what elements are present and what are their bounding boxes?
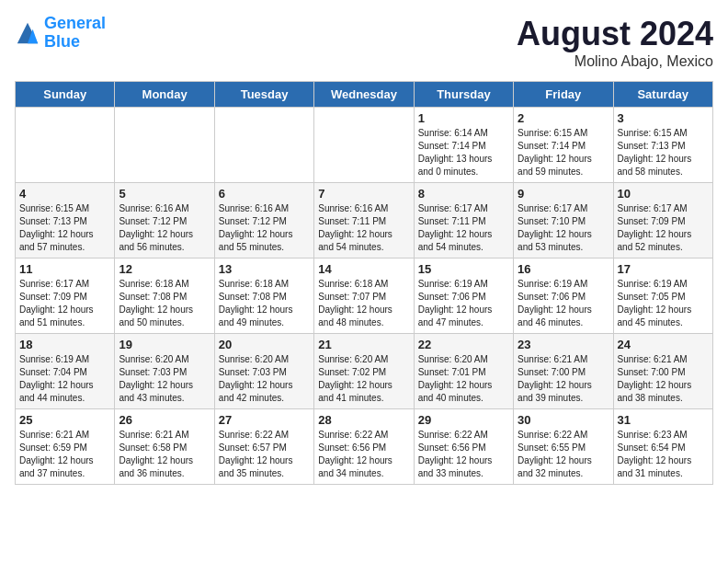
weekday-header-friday: Friday [514,82,613,108]
day-info: Sunrise: 6:22 AM Sunset: 6:56 PM Dayligh… [418,429,509,480]
week-row-1: 4Sunrise: 6:15 AM Sunset: 7:13 PM Daylig… [16,183,713,259]
day-number: 4 [19,187,110,201]
day-cell: 21Sunrise: 6:20 AM Sunset: 7:02 PM Dayli… [314,334,414,409]
day-cell: 28Sunrise: 6:22 AM Sunset: 6:56 PM Dayli… [314,409,414,485]
day-cell: 31Sunrise: 6:23 AM Sunset: 6:54 PM Dayli… [613,409,712,485]
day-info: Sunrise: 6:22 AM Sunset: 6:56 PM Dayligh… [318,429,409,480]
logo-line2: Blue [44,32,80,51]
day-number: 27 [219,413,310,427]
day-cell: 23Sunrise: 6:21 AM Sunset: 7:00 PM Dayli… [514,334,613,409]
day-info: Sunrise: 6:16 AM Sunset: 7:12 PM Dayligh… [219,202,310,254]
day-number: 14 [318,262,409,276]
day-info: Sunrise: 6:14 AM Sunset: 7:14 PM Dayligh… [418,127,509,178]
day-cell: 13Sunrise: 6:18 AM Sunset: 7:08 PM Dayli… [214,259,313,334]
day-cell: 25Sunrise: 6:21 AM Sunset: 6:59 PM Dayli… [16,409,115,485]
day-info: Sunrise: 6:19 AM Sunset: 7:04 PM Dayligh… [19,353,110,405]
day-cell: 6Sunrise: 6:16 AM Sunset: 7:12 PM Daylig… [214,183,313,259]
day-cell: 4Sunrise: 6:15 AM Sunset: 7:13 PM Daylig… [16,183,115,259]
day-number: 30 [518,413,609,427]
day-number: 24 [618,338,709,351]
day-number: 29 [418,413,509,427]
day-number: 17 [618,262,709,276]
day-cell: 20Sunrise: 6:20 AM Sunset: 7:03 PM Dayli… [214,334,313,409]
day-info: Sunrise: 6:22 AM Sunset: 6:55 PM Dayligh… [518,429,609,480]
day-number: 20 [219,338,310,351]
day-cell: 14Sunrise: 6:18 AM Sunset: 7:07 PM Dayli… [314,259,414,334]
day-info: Sunrise: 6:22 AM Sunset: 6:57 PM Dayligh… [219,429,310,480]
day-cell: 2Sunrise: 6:15 AM Sunset: 7:14 PM Daylig… [514,108,613,183]
day-info: Sunrise: 6:20 AM Sunset: 7:03 PM Dayligh… [119,353,210,405]
title-area: August 2024 Molino Abajo, Mexico [517,15,713,70]
week-row-0: 1Sunrise: 6:14 AM Sunset: 7:14 PM Daylig… [16,108,713,183]
logo-text: General Blue [44,15,106,52]
day-info: Sunrise: 6:15 AM Sunset: 7:13 PM Dayligh… [19,202,110,254]
calendar: SundayMondayTuesdayWednesdayThursdayFrid… [15,81,713,485]
day-cell: 10Sunrise: 6:17 AM Sunset: 7:09 PM Dayli… [613,183,712,259]
day-number: 1 [418,111,509,125]
weekday-header-monday: Monday [115,82,214,108]
day-info: Sunrise: 6:23 AM Sunset: 6:54 PM Dayligh… [618,429,709,480]
day-info: Sunrise: 6:19 AM Sunset: 7:06 PM Dayligh… [418,278,509,329]
day-number: 16 [518,262,609,276]
weekday-header-wednesday: Wednesday [314,82,414,108]
day-info: Sunrise: 6:18 AM Sunset: 7:08 PM Dayligh… [219,278,310,329]
day-info: Sunrise: 6:16 AM Sunset: 7:11 PM Dayligh… [318,202,409,254]
day-number: 9 [518,187,609,201]
day-cell: 16Sunrise: 6:19 AM Sunset: 7:06 PM Dayli… [514,259,613,334]
day-info: Sunrise: 6:21 AM Sunset: 7:00 PM Dayligh… [518,353,609,405]
day-cell: 19Sunrise: 6:20 AM Sunset: 7:03 PM Dayli… [115,334,214,409]
day-number: 25 [19,413,110,427]
day-cell: 18Sunrise: 6:19 AM Sunset: 7:04 PM Dayli… [16,334,115,409]
day-number: 23 [518,338,609,351]
day-cell: 3Sunrise: 6:15 AM Sunset: 7:13 PM Daylig… [613,108,712,183]
day-info: Sunrise: 6:17 AM Sunset: 7:09 PM Dayligh… [19,278,110,329]
day-number: 18 [19,338,110,351]
day-cell: 29Sunrise: 6:22 AM Sunset: 6:56 PM Dayli… [414,409,513,485]
day-info: Sunrise: 6:17 AM Sunset: 7:09 PM Dayligh… [618,202,709,254]
day-cell: 12Sunrise: 6:18 AM Sunset: 7:08 PM Dayli… [115,259,214,334]
day-info: Sunrise: 6:21 AM Sunset: 6:58 PM Dayligh… [119,429,210,480]
day-info: Sunrise: 6:19 AM Sunset: 7:06 PM Dayligh… [518,278,609,329]
day-number: 12 [119,262,210,276]
day-number: 7 [318,187,409,201]
day-cell [214,108,313,183]
day-cell: 15Sunrise: 6:19 AM Sunset: 7:06 PM Dayli… [414,259,513,334]
logo: General Blue [15,15,106,52]
day-info: Sunrise: 6:20 AM Sunset: 7:02 PM Dayligh… [318,353,409,405]
day-number: 31 [618,413,709,427]
day-cell [16,108,115,183]
week-row-2: 11Sunrise: 6:17 AM Sunset: 7:09 PM Dayli… [16,259,713,334]
logo-line1: General [44,14,106,32]
weekday-header-tuesday: Tuesday [214,82,313,108]
day-number: 22 [418,338,509,351]
day-info: Sunrise: 6:15 AM Sunset: 7:14 PM Dayligh… [518,127,609,178]
day-cell: 7Sunrise: 6:16 AM Sunset: 7:11 PM Daylig… [314,183,414,259]
day-cell: 1Sunrise: 6:14 AM Sunset: 7:14 PM Daylig… [414,108,513,183]
day-cell: 5Sunrise: 6:16 AM Sunset: 7:12 PM Daylig… [115,183,214,259]
weekday-header-saturday: Saturday [613,82,712,108]
location: Molino Abajo, Mexico [517,53,713,70]
day-info: Sunrise: 6:18 AM Sunset: 7:07 PM Dayligh… [318,278,409,329]
day-number: 5 [119,187,210,201]
day-number: 3 [618,111,709,125]
day-cell: 17Sunrise: 6:19 AM Sunset: 7:05 PM Dayli… [613,259,712,334]
day-info: Sunrise: 6:20 AM Sunset: 7:03 PM Dayligh… [219,353,310,405]
day-cell: 9Sunrise: 6:17 AM Sunset: 7:10 PM Daylig… [514,183,613,259]
day-cell: 27Sunrise: 6:22 AM Sunset: 6:57 PM Dayli… [214,409,313,485]
page-header: General Blue August 2024 Molino Abajo, M… [15,15,713,70]
day-number: 21 [318,338,409,351]
day-info: Sunrise: 6:16 AM Sunset: 7:12 PM Dayligh… [119,202,210,254]
day-cell [314,108,414,183]
weekday-header-sunday: Sunday [16,82,115,108]
day-info: Sunrise: 6:17 AM Sunset: 7:10 PM Dayligh… [518,202,609,254]
day-cell [115,108,214,183]
day-number: 19 [119,338,210,351]
weekday-header-thursday: Thursday [414,82,513,108]
day-info: Sunrise: 6:19 AM Sunset: 7:05 PM Dayligh… [618,278,709,329]
weekday-header-row: SundayMondayTuesdayWednesdayThursdayFrid… [16,82,713,108]
week-row-4: 25Sunrise: 6:21 AM Sunset: 6:59 PM Dayli… [16,409,713,485]
day-number: 28 [318,413,409,427]
day-cell: 22Sunrise: 6:20 AM Sunset: 7:01 PM Dayli… [414,334,513,409]
day-number: 8 [418,187,509,201]
day-number: 13 [219,262,310,276]
